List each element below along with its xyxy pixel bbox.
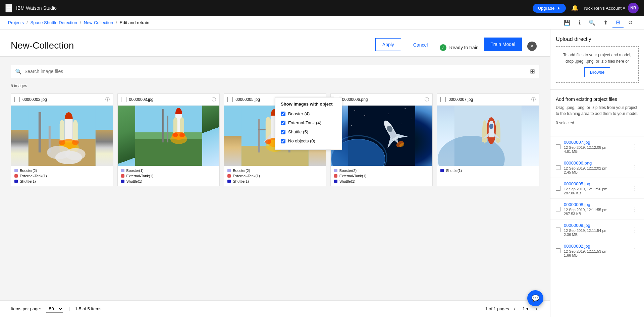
filter-checkbox[interactable]	[281, 139, 285, 143]
svg-point-54	[375, 109, 375, 109]
per-page-select[interactable]: 50 25 100	[46, 305, 63, 313]
file-meta: 12 Sep 2019, 12:12:08 pm4.81 MB	[564, 145, 628, 153]
search-input[interactable]	[24, 69, 527, 74]
apply-button[interactable]: Apply	[375, 38, 401, 51]
card-info-icon[interactable]: ⓘ	[531, 97, 536, 103]
menu-icon[interactable]: ☰	[5, 4, 12, 12]
file-info: 00000008.jpg 12 Sep 2019, 12:11:55 pm287…	[564, 202, 628, 216]
file-name[interactable]: 00000005.jpg	[564, 181, 628, 186]
breadcrumb-new-collection[interactable]: New-Collection	[84, 20, 113, 25]
cancel-button[interactable]: Cancel	[407, 39, 435, 51]
file-meta: 12 Sep 2019, 12:11:56 pm287.86 KB	[564, 187, 628, 195]
main-layout: New-Collection Apply Cancel ✓ Ready to t…	[0, 29, 644, 317]
breadcrumb-projects[interactable]: Projects	[8, 20, 24, 25]
chat-fab-button[interactable]: 💬	[527, 290, 543, 306]
file-menu-button[interactable]: ⋮	[631, 205, 639, 213]
avatar[interactable]: NR	[628, 3, 639, 13]
label-tag: External-Tank(1)	[121, 174, 216, 178]
card-info-icon[interactable]: ⓘ	[105, 97, 110, 103]
label-tag: Booster(1)	[121, 169, 216, 173]
card-checkbox[interactable]	[14, 97, 20, 102]
upgrade-button[interactable]: Upgrade ▲	[533, 4, 566, 13]
card-checkbox[interactable]	[440, 97, 446, 102]
svg-point-13	[59, 140, 65, 145]
file-name[interactable]: 00000008.jpg	[564, 202, 628, 207]
svg-point-58	[351, 125, 352, 126]
right-panel: Upload directly To add files to your pro…	[550, 29, 644, 317]
svg-rect-22	[162, 109, 163, 142]
filter-checkbox[interactable]	[281, 112, 285, 116]
file-name[interactable]: 00000009.jpg	[564, 223, 628, 228]
upload-dropzone[interactable]: To add files to your project and model, …	[556, 46, 639, 83]
brand-name: IBM Watson Studio	[16, 5, 57, 11]
upgrade-label: Upgrade	[538, 6, 555, 11]
file-name[interactable]: 00000006.png	[564, 161, 628, 166]
content-area: 🔍 ⊞ 5 images 00000002.jpg ⓘ	[0, 57, 550, 300]
file-checkbox[interactable]	[556, 207, 560, 211]
label-text: Shuttle(1)	[339, 179, 356, 183]
label-text: Shuttle(1)	[20, 179, 36, 183]
prev-page-button[interactable]: ‹	[512, 305, 518, 313]
add-from-project-desc: Drag .jpeg, .png, or .zip files from you…	[556, 105, 639, 117]
grid-icon-btn[interactable]: ⊞	[612, 17, 624, 28]
file-list: 00000007.jpg 12 Sep 2019, 12:12:08 pm4.8…	[550, 136, 644, 261]
notifications-icon[interactable]: 🔔	[569, 3, 581, 13]
file-checkbox[interactable]	[556, 186, 560, 191]
file-menu-button[interactable]: ⋮	[631, 142, 639, 151]
view-toggle-button[interactable]: ⊞	[530, 68, 535, 75]
file-menu-button[interactable]: ⋮	[631, 184, 639, 193]
file-info: 00000009.jpg 12 Sep 2019, 12:11:54 pm2.3…	[564, 223, 628, 237]
train-model-button[interactable]: Train Model	[484, 38, 522, 51]
image-card-header: 00000007.jpg ⓘ	[437, 94, 539, 106]
file-checkbox[interactable]	[556, 144, 560, 149]
image-card-header: 00000006.png ⓘ	[331, 94, 433, 106]
refresh-icon-btn[interactable]: ↺	[625, 17, 636, 28]
filter-item: Shuttle (5)	[281, 127, 336, 136]
svg-point-59	[401, 124, 402, 124]
breadcrumb-shuttle-detection[interactable]: Space Shuttle Detection	[31, 20, 77, 25]
browse-button[interactable]: Browse	[584, 67, 610, 77]
file-checkbox[interactable]	[556, 228, 560, 232]
card-filename: 00000002.jpg	[22, 97, 103, 102]
label-dot	[334, 169, 337, 172]
file-menu-button[interactable]: ⋮	[631, 246, 639, 255]
card-labels: Booster(2) External-Tank(1) Shuttle(1)	[224, 166, 326, 186]
file-name[interactable]: 00000007.jpg	[564, 140, 628, 145]
info-icon-btn[interactable]: ℹ	[575, 17, 584, 28]
list-item: 00000009.jpg 12 Sep 2019, 12:11:54 pm2.3…	[550, 219, 644, 240]
label-dot	[121, 180, 124, 183]
label-tag: External-Tank(1)	[334, 174, 429, 178]
svg-point-57	[412, 119, 412, 119]
file-checkbox[interactable]	[556, 165, 560, 170]
card-filename: 00000003.jpg	[129, 97, 209, 102]
file-name[interactable]: 00000002.jpg	[564, 244, 628, 249]
file-menu-button[interactable]: ⋮	[631, 226, 639, 234]
svg-point-53	[364, 115, 365, 116]
card-image	[437, 106, 539, 166]
card-checkbox[interactable]	[121, 97, 126, 102]
close-panel-button[interactable]: ✕	[527, 42, 537, 51]
file-info: 00000002.jpg 12 Sep 2019, 12:11:53 pm1.6…	[564, 244, 628, 257]
page-select[interactable]: 1 ▾	[521, 306, 531, 312]
upload-icon-btn[interactable]: ⬆	[600, 17, 611, 28]
image-card: 00000003.jpg ⓘ	[117, 93, 220, 186]
card-info-icon[interactable]: ⓘ	[425, 97, 429, 103]
label-text: External-Tank(1)	[126, 174, 154, 178]
file-checkbox[interactable]	[556, 248, 560, 253]
file-menu-button[interactable]: ⋮	[631, 163, 639, 172]
label-text: Shuttle(1)	[126, 179, 143, 183]
filter-checkbox[interactable]	[281, 121, 285, 125]
account-name[interactable]: Nick Ren's Account ▾	[584, 6, 625, 11]
svg-rect-23	[167, 116, 168, 142]
breadcrumb-current: Edit and retrain	[120, 20, 149, 25]
filter-checkbox[interactable]	[281, 130, 285, 134]
svg-point-49	[265, 139, 271, 144]
card-image-container	[118, 106, 220, 166]
card-info-icon[interactable]: ⓘ	[212, 97, 216, 103]
save-icon-btn[interactable]: 💾	[560, 17, 574, 28]
upload-section: Upload directly To add files to your pro…	[550, 29, 644, 90]
search-icon: 🔍	[15, 68, 22, 75]
search-icon-btn[interactable]: 🔍	[585, 17, 599, 28]
card-checkbox[interactable]	[227, 97, 233, 102]
breadcrumb-sep-3: /	[116, 20, 117, 25]
